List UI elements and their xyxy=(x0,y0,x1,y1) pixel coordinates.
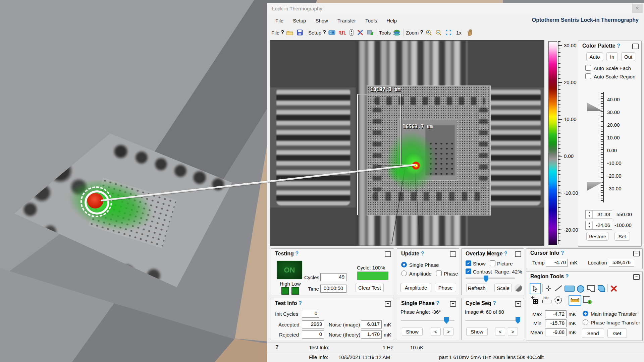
thermal-image[interactable]: 10197.3 um 16563.7 um xyxy=(270,40,544,246)
get-button[interactable]: Get xyxy=(607,328,627,338)
rectangle-tool[interactable] xyxy=(565,286,575,292)
region-marker-tool[interactable] xyxy=(583,296,592,304)
show-button[interactable]: Show xyxy=(466,327,488,336)
send-button[interactable]: Send xyxy=(582,328,604,338)
ruler-tool[interactable] xyxy=(569,295,581,306)
scale-button[interactable]: Scale xyxy=(494,284,512,292)
minimize-button[interactable]: − xyxy=(515,251,521,257)
polygon-filled-tool[interactable] xyxy=(597,285,605,292)
minimize-button[interactable]: − xyxy=(450,251,456,257)
device-icon[interactable] xyxy=(350,29,354,36)
help-icon[interactable]: ? xyxy=(436,300,439,306)
line-tool[interactable] xyxy=(554,285,562,292)
contrast-checkbox[interactable]: ✓ xyxy=(466,268,471,274)
help-icon[interactable]: ? xyxy=(421,251,424,256)
restore-button[interactable]: Restore xyxy=(586,232,608,241)
help-icon[interactable]: ? xyxy=(281,29,284,36)
zoom-in-icon[interactable] xyxy=(426,29,432,36)
in-button[interactable]: In xyxy=(606,52,618,61)
auto-button[interactable]: Auto xyxy=(586,52,603,61)
prev-button[interactable]: < xyxy=(431,327,441,336)
minimize-button[interactable]: − xyxy=(385,301,391,307)
toolbar-separator xyxy=(404,29,404,36)
minimize-button[interactable]: − xyxy=(450,301,456,307)
next-button[interactable]: > xyxy=(443,327,453,336)
help-icon[interactable]: ? xyxy=(323,29,326,36)
cycle-slider-handle[interactable] xyxy=(516,317,520,324)
auto-scale-each-checkbox[interactable] xyxy=(585,65,591,71)
on-button[interactable]: ON xyxy=(276,260,303,280)
help-icon[interactable]: ? xyxy=(299,300,302,306)
spinner-arrows[interactable]: ▲▼ xyxy=(586,221,593,229)
phase-image-transfer-radio[interactable] xyxy=(583,319,588,325)
contrast-slider-handle[interactable] xyxy=(484,276,488,282)
phase-slider-handle[interactable] xyxy=(444,317,449,324)
amplitude-radio[interactable] xyxy=(401,270,407,276)
menu-transfer[interactable]: Transfer xyxy=(333,18,360,23)
menu-help[interactable]: Help xyxy=(382,18,401,23)
phase-button[interactable]: Phase xyxy=(435,283,456,292)
tools-crossed-icon[interactable] xyxy=(357,29,364,36)
scale-200-tool[interactable]: 200 xyxy=(542,296,552,304)
phase-angle-label: Phase Angle: -36° xyxy=(400,309,441,315)
phase-checkbox[interactable] xyxy=(436,270,442,276)
zoom-fit-icon[interactable] xyxy=(445,29,452,36)
contrast-sphere-icon[interactable] xyxy=(515,284,522,292)
help-icon[interactable]: ? xyxy=(566,274,569,279)
cycle-slider-track[interactable] xyxy=(465,320,520,321)
save-icon[interactable] xyxy=(297,29,303,36)
square-wave-icon[interactable] xyxy=(339,30,346,35)
out-button[interactable]: Out xyxy=(621,52,635,61)
menu-setup[interactable]: Setup xyxy=(289,18,310,23)
target-tool[interactable] xyxy=(554,296,562,304)
help-icon[interactable]: ? xyxy=(504,251,507,256)
status-help-icon[interactable]: ? xyxy=(275,344,279,350)
menu-file[interactable]: File xyxy=(271,18,287,23)
lower-limit-value[interactable]: -24.06 xyxy=(596,222,610,228)
hotspot xyxy=(412,161,420,170)
upper-limit-value[interactable]: 31.33 xyxy=(597,212,610,217)
set-button[interactable]: Set xyxy=(614,232,630,241)
main-image-transfer-radio[interactable] xyxy=(583,311,588,316)
minimize-button[interactable]: − xyxy=(515,301,521,307)
close-button[interactable]: × xyxy=(632,4,643,13)
help-icon[interactable]: ? xyxy=(420,29,423,36)
image-export-icon[interactable] xyxy=(367,29,374,36)
amplitude-button[interactable]: Amplitude xyxy=(400,283,431,292)
open-folder-icon[interactable] xyxy=(286,30,293,36)
prev-button[interactable]: < xyxy=(495,327,505,336)
refresh-button[interactable]: Refresh xyxy=(466,284,487,292)
clear-test-button[interactable]: Clear Test xyxy=(356,283,384,292)
auto-scale-region-checkbox[interactable] xyxy=(585,73,591,79)
help-icon[interactable]: ? xyxy=(493,300,496,306)
minimize-button[interactable]: − xyxy=(633,251,640,256)
spinner-arrows[interactable]: ▲▼ xyxy=(586,210,593,219)
menu-tools[interactable]: Tools xyxy=(361,18,381,23)
minimize-button[interactable]: − xyxy=(633,274,640,280)
show-checkbox[interactable]: ✓ xyxy=(466,260,471,266)
help-icon[interactable]: ? xyxy=(295,251,299,256)
delete-region-tool[interactable] xyxy=(610,285,618,292)
menu-show[interactable]: Show xyxy=(311,18,332,23)
camera-settings-icon[interactable] xyxy=(328,30,335,35)
minimize-button[interactable]: − xyxy=(385,251,391,257)
next-button[interactable]: > xyxy=(508,327,518,336)
pixel-grid-tool[interactable] xyxy=(530,296,539,304)
ellipse-tool[interactable] xyxy=(577,285,585,293)
single-phase-radio[interactable] xyxy=(401,262,407,267)
pointer-tool[interactable] xyxy=(530,283,541,294)
picture-checkbox[interactable] xyxy=(490,260,495,266)
point-tool[interactable] xyxy=(545,285,552,292)
help-icon[interactable]: ? xyxy=(561,250,564,256)
colorbar-major-tick xyxy=(558,193,562,193)
polygon-outline-tool[interactable] xyxy=(587,285,595,292)
help-icon[interactable]: ? xyxy=(617,43,620,49)
layers-icon[interactable] xyxy=(393,29,400,36)
zoom-out-icon[interactable] xyxy=(435,29,442,36)
minimize-button[interactable]: − xyxy=(632,44,639,49)
lower-limit-spinner[interactable]: ▲▼ -24.06 xyxy=(585,221,612,230)
show-button[interactable]: Show xyxy=(402,327,423,336)
upper-limit-spinner[interactable]: ▲▼ 31.33 xyxy=(585,210,612,219)
contrast-slider-track[interactable] xyxy=(466,278,515,279)
pan-hand-icon[interactable] xyxy=(467,29,472,36)
